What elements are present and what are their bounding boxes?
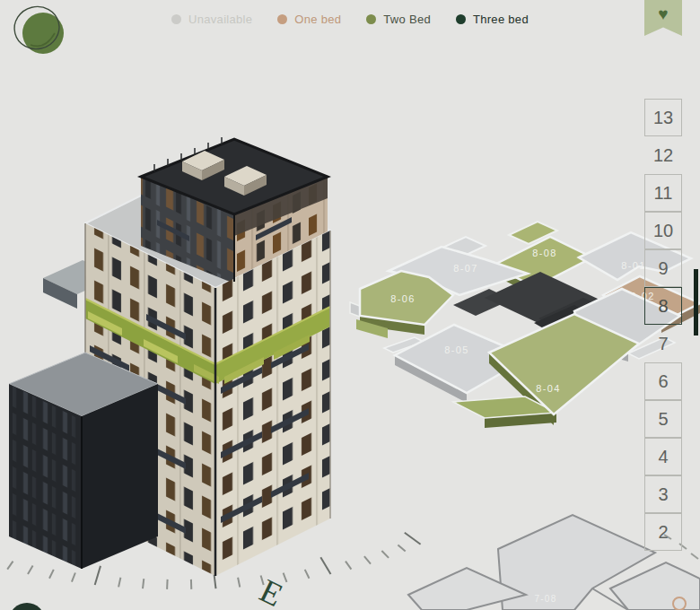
floor-button-3[interactable]: 3	[644, 475, 682, 513]
unavailable-dot-icon	[171, 14, 181, 24]
legend-label: Two Bed	[383, 13, 431, 26]
floor-button-10[interactable]: 10	[644, 212, 682, 249]
legend-item-three-bed: Three bed	[456, 13, 529, 26]
legend-item-two-bed: Two Bed	[366, 13, 431, 26]
floor-button-4[interactable]: 4	[644, 438, 682, 475]
floor-button-2[interactable]: 2	[644, 513, 682, 551]
svg-text:8-04: 8-04	[536, 383, 561, 394]
legend-label: One bed	[294, 13, 341, 26]
floor-button-5[interactable]: 5	[644, 400, 682, 438]
floor-button-13[interactable]: 13	[644, 99, 682, 136]
building-3d-model[interactable]	[9, 137, 330, 576]
property-selector-screen: E	[0, 0, 700, 610]
three-bed-dot-icon	[456, 14, 466, 24]
3d-scene: E	[0, 0, 700, 610]
availability-legend: Unavailable One bed Two Bed Three bed	[0, 13, 700, 26]
two-bed-dot-icon	[366, 14, 376, 24]
legend-label: Unavailable	[188, 13, 252, 26]
heart-icon: ♥	[658, 5, 668, 22]
compass-east-label: E	[254, 571, 288, 610]
svg-text:8-05: 8-05	[444, 344, 469, 355]
floor-button-9[interactable]: 9	[644, 249, 682, 287]
annex-block	[9, 353, 158, 569]
l7-unit-label: 7-08	[535, 594, 557, 604]
floor-button-12[interactable]: 12	[644, 136, 682, 174]
svg-text:8-07: 8-07	[453, 263, 478, 274]
brand-logo[interactable]	[9, 4, 65, 59]
legend-label: Three bed	[473, 13, 529, 26]
tower-right-face	[215, 231, 330, 576]
legend-item-one-bed: One bed	[277, 13, 341, 26]
svg-text:8-08: 8-08	[532, 248, 557, 258]
floor-button-11[interactable]: 11	[644, 174, 682, 212]
legend-item-unavailable: Unavailable	[171, 13, 252, 26]
floor-button-8[interactable]: 8	[644, 287, 682, 325]
svg-text:8-06: 8-06	[390, 293, 416, 304]
one-bed-dot-icon	[277, 14, 287, 24]
svg-text:8-01: 8-01	[621, 260, 646, 271]
floor-scroll-indicator[interactable]	[694, 269, 698, 336]
floor-button-7[interactable]: 7	[644, 325, 682, 362]
floor-button-6[interactable]: 6	[644, 362, 682, 400]
